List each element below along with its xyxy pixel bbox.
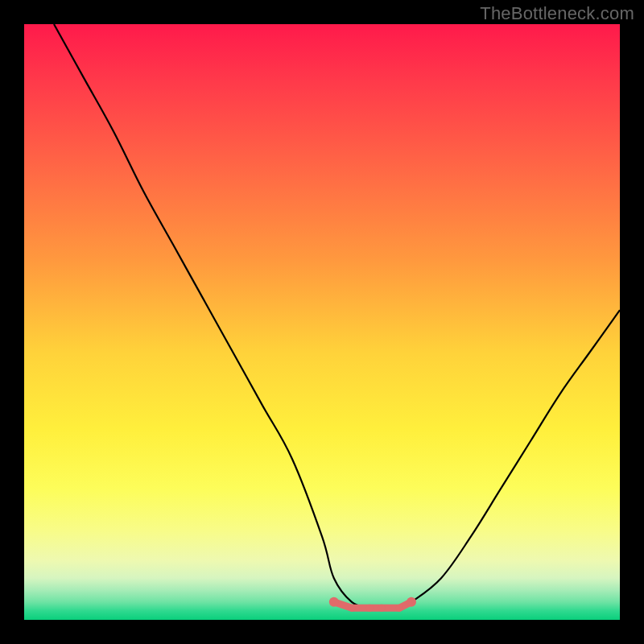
flat-dot: [366, 605, 374, 612]
plot-area: [24, 24, 620, 620]
watermark-text: TheBottleneck.com: [480, 3, 634, 24]
chart-frame: TheBottleneck.com: [0, 0, 644, 644]
bottleneck-curve: [54, 24, 620, 609]
flat-dot: [396, 605, 403, 612]
flat-dot: [378, 605, 386, 612]
curve-overlay: [24, 24, 620, 620]
flat-dot: [407, 597, 416, 607]
flat-dot: [329, 597, 339, 607]
flat-dot: [349, 605, 356, 612]
